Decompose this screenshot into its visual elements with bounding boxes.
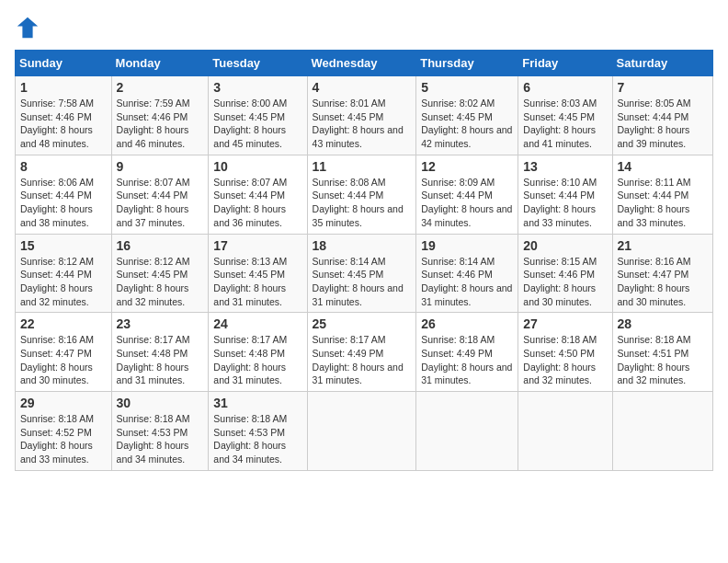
day-number: 31: [213, 396, 301, 410]
day-cell: 1 Sunrise: 7:58 AM Sunset: 4:46 PM Dayli…: [16, 76, 112, 155]
day-number: 24: [213, 316, 301, 331]
day-cell: 16 Sunrise: 8:12 AM Sunset: 4:45 PM Dayl…: [111, 234, 209, 313]
day-info: Sunrise: 8:18 AM Sunset: 4:51 PM Dayligh…: [618, 333, 708, 387]
day-cell: 17 Sunrise: 8:13 AM Sunset: 4:45 PM Dayl…: [209, 234, 307, 313]
day-cell: 20 Sunrise: 8:15 AM Sunset: 4:46 PM Dayl…: [518, 234, 612, 313]
day-cell: 13 Sunrise: 8:10 AM Sunset: 4:44 PM Dayl…: [518, 155, 612, 234]
day-cell: 30 Sunrise: 8:18 AM Sunset: 4:53 PM Dayl…: [111, 392, 209, 471]
col-header-wednesday: Wednesday: [307, 51, 416, 76]
day-number: 9: [117, 159, 204, 174]
week-row-4: 22 Sunrise: 8:16 AM Sunset: 4:47 PM Dayl…: [16, 313, 713, 392]
week-row-1: 1 Sunrise: 7:58 AM Sunset: 4:46 PM Dayli…: [16, 76, 713, 155]
day-info: Sunrise: 8:18 AM Sunset: 4:50 PM Dayligh…: [523, 333, 607, 387]
day-cell: 21 Sunrise: 8:16 AM Sunset: 4:47 PM Dayl…: [612, 234, 712, 313]
day-number: 17: [213, 238, 301, 253]
day-info: Sunrise: 8:09 AM Sunset: 4:44 PM Dayligh…: [421, 176, 513, 230]
day-number: 29: [20, 396, 107, 410]
day-cell: 11 Sunrise: 8:08 AM Sunset: 4:44 PM Dayl…: [307, 155, 416, 234]
day-number: 7: [618, 80, 708, 95]
day-info: Sunrise: 8:18 AM Sunset: 4:53 PM Dayligh…: [117, 412, 204, 466]
day-info: Sunrise: 7:59 AM Sunset: 4:46 PM Dayligh…: [117, 97, 204, 151]
day-number: 10: [213, 159, 301, 174]
col-header-saturday: Saturday: [612, 51, 712, 76]
header: [15, 15, 713, 40]
day-number: 2: [117, 80, 204, 95]
week-row-5: 29 Sunrise: 8:18 AM Sunset: 4:52 PM Dayl…: [16, 392, 713, 471]
day-number: 12: [421, 159, 513, 174]
col-header-monday: Monday: [111, 51, 209, 76]
week-row-2: 8 Sunrise: 8:06 AM Sunset: 4:44 PM Dayli…: [16, 155, 713, 234]
day-number: 3: [213, 80, 301, 95]
day-cell: 6 Sunrise: 8:03 AM Sunset: 4:45 PM Dayli…: [518, 76, 612, 155]
day-number: 15: [20, 238, 107, 253]
day-cell: 28 Sunrise: 8:18 AM Sunset: 4:51 PM Dayl…: [612, 313, 712, 392]
col-header-thursday: Thursday: [416, 51, 518, 76]
day-cell: 22 Sunrise: 8:16 AM Sunset: 4:47 PM Dayl…: [16, 313, 112, 392]
day-info: Sunrise: 8:16 AM Sunset: 4:47 PM Dayligh…: [618, 255, 708, 309]
day-info: Sunrise: 8:01 AM Sunset: 4:45 PM Dayligh…: [313, 97, 412, 151]
day-info: Sunrise: 8:17 AM Sunset: 4:48 PM Dayligh…: [213, 333, 301, 387]
col-header-tuesday: Tuesday: [209, 51, 307, 76]
day-info: Sunrise: 8:05 AM Sunset: 4:44 PM Dayligh…: [618, 97, 708, 151]
col-header-sunday: Sunday: [16, 51, 112, 76]
day-info: Sunrise: 8:18 AM Sunset: 4:49 PM Dayligh…: [421, 333, 513, 387]
day-number: 28: [618, 316, 708, 331]
day-info: Sunrise: 8:00 AM Sunset: 4:45 PM Dayligh…: [213, 97, 301, 151]
day-cell: [307, 392, 416, 471]
day-info: Sunrise: 8:12 AM Sunset: 4:44 PM Dayligh…: [20, 255, 107, 309]
day-number: 1: [20, 80, 107, 95]
day-info: Sunrise: 8:13 AM Sunset: 4:45 PM Dayligh…: [213, 255, 301, 309]
day-number: 27: [523, 316, 607, 331]
day-info: Sunrise: 8:12 AM Sunset: 4:45 PM Dayligh…: [117, 255, 204, 309]
day-number: 11: [313, 159, 412, 174]
day-info: Sunrise: 8:14 AM Sunset: 4:46 PM Dayligh…: [421, 255, 513, 309]
day-info: Sunrise: 8:08 AM Sunset: 4:44 PM Dayligh…: [313, 176, 412, 230]
day-cell: 2 Sunrise: 7:59 AM Sunset: 4:46 PM Dayli…: [111, 76, 209, 155]
day-number: 13: [523, 159, 607, 174]
day-cell: 14 Sunrise: 8:11 AM Sunset: 4:44 PM Dayl…: [612, 155, 712, 234]
day-number: 4: [313, 80, 412, 95]
day-cell: [416, 392, 518, 471]
day-number: 16: [117, 238, 204, 253]
day-info: Sunrise: 8:07 AM Sunset: 4:44 PM Dayligh…: [117, 176, 204, 230]
day-cell: 10 Sunrise: 8:07 AM Sunset: 4:44 PM Dayl…: [209, 155, 307, 234]
day-info: Sunrise: 8:02 AM Sunset: 4:45 PM Dayligh…: [421, 97, 513, 151]
day-cell: 5 Sunrise: 8:02 AM Sunset: 4:45 PM Dayli…: [416, 76, 518, 155]
day-info: Sunrise: 8:16 AM Sunset: 4:47 PM Dayligh…: [20, 333, 107, 387]
col-header-friday: Friday: [518, 51, 612, 76]
day-cell: 29 Sunrise: 8:18 AM Sunset: 4:52 PM Dayl…: [16, 392, 112, 471]
day-number: 20: [523, 238, 607, 253]
logo: [15, 15, 44, 40]
day-info: Sunrise: 8:17 AM Sunset: 4:48 PM Dayligh…: [117, 333, 204, 387]
day-cell: 23 Sunrise: 8:17 AM Sunset: 4:48 PM Dayl…: [111, 313, 209, 392]
day-cell: 31 Sunrise: 8:18 AM Sunset: 4:53 PM Dayl…: [209, 392, 307, 471]
day-cell: 25 Sunrise: 8:17 AM Sunset: 4:49 PM Dayl…: [307, 313, 416, 392]
day-info: Sunrise: 8:17 AM Sunset: 4:49 PM Dayligh…: [313, 333, 412, 387]
day-number: 25: [313, 316, 412, 331]
day-cell: 26 Sunrise: 8:18 AM Sunset: 4:49 PM Dayl…: [416, 313, 518, 392]
day-info: Sunrise: 8:15 AM Sunset: 4:46 PM Dayligh…: [523, 255, 607, 309]
day-cell: 24 Sunrise: 8:17 AM Sunset: 4:48 PM Dayl…: [209, 313, 307, 392]
logo-icon: [15, 15, 40, 40]
day-cell: 3 Sunrise: 8:00 AM Sunset: 4:45 PM Dayli…: [209, 76, 307, 155]
day-number: 5: [421, 80, 513, 95]
day-number: 22: [20, 316, 107, 331]
day-info: Sunrise: 8:14 AM Sunset: 4:45 PM Dayligh…: [313, 255, 412, 309]
day-number: 8: [20, 159, 107, 174]
calendar-table: SundayMondayTuesdayWednesdayThursdayFrid…: [15, 50, 713, 471]
day-info: Sunrise: 7:58 AM Sunset: 4:46 PM Dayligh…: [20, 97, 107, 151]
day-cell: 19 Sunrise: 8:14 AM Sunset: 4:46 PM Dayl…: [416, 234, 518, 313]
day-number: 30: [117, 396, 204, 410]
day-number: 26: [421, 316, 513, 331]
day-cell: [518, 392, 612, 471]
day-cell: 15 Sunrise: 8:12 AM Sunset: 4:44 PM Dayl…: [16, 234, 112, 313]
day-cell: 4 Sunrise: 8:01 AM Sunset: 4:45 PM Dayli…: [307, 76, 416, 155]
week-row-3: 15 Sunrise: 8:12 AM Sunset: 4:44 PM Dayl…: [16, 234, 713, 313]
day-number: 21: [618, 238, 708, 253]
day-info: Sunrise: 8:06 AM Sunset: 4:44 PM Dayligh…: [20, 176, 107, 230]
day-info: Sunrise: 8:18 AM Sunset: 4:53 PM Dayligh…: [213, 412, 301, 466]
day-cell: 27 Sunrise: 8:18 AM Sunset: 4:50 PM Dayl…: [518, 313, 612, 392]
header-row: SundayMondayTuesdayWednesdayThursdayFrid…: [16, 51, 713, 76]
day-info: Sunrise: 8:07 AM Sunset: 4:44 PM Dayligh…: [213, 176, 301, 230]
day-number: 14: [618, 159, 708, 174]
